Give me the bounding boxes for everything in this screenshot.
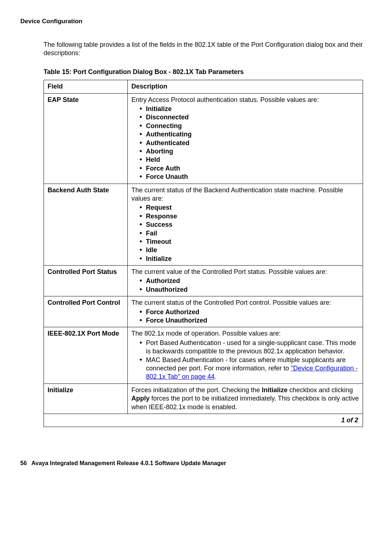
- table-header-row: Field Description: [44, 80, 363, 93]
- bullet-tail: .: [215, 373, 216, 380]
- desc-intro: The current value of the Controlled Port…: [131, 268, 327, 275]
- bullet-label: Fail: [146, 230, 157, 237]
- list-item: Response: [139, 212, 359, 221]
- table-caption: Table 15: Port Configuration Dialog Box …: [44, 68, 372, 76]
- table-row: Backend Auth State The current status of…: [44, 184, 363, 266]
- table-row: Initialize Forces initialization of the …: [44, 383, 363, 414]
- bullet-label: Initialize: [146, 255, 172, 262]
- bullet-label: Response: [146, 213, 177, 220]
- list-item: Idle: [139, 246, 359, 254]
- list-item: Port Based Authentication - used for a s…: [139, 339, 359, 356]
- table-row: EAP State Entry Access Protocol authenti…: [44, 93, 363, 184]
- pager-cell: 1 of 2: [44, 414, 363, 427]
- bullet-label: Force Authorized: [146, 308, 199, 316]
- list-item: Success: [139, 221, 359, 229]
- bullet-label: Force Auth: [146, 165, 180, 172]
- intro-paragraph: The following table provides a list of t…: [44, 41, 372, 58]
- field-cell: Backend Auth State: [44, 184, 128, 266]
- bullet-list: Request Response Success Fail Timeout Id…: [131, 204, 359, 263]
- list-item: Authenticated: [139, 139, 359, 147]
- bullet-label: Timeout: [146, 238, 171, 245]
- bullet-label: Authorized: [146, 277, 180, 284]
- bullet-label: Initialize: [146, 105, 172, 112]
- page-footer: 56 Avaya Integrated Management Release 4…: [20, 460, 372, 467]
- description-cell: Forces initialization of the port. Check…: [128, 383, 363, 414]
- list-item: Fail: [139, 229, 359, 238]
- list-item: Force Auth: [139, 164, 359, 173]
- table-row: IEEE-802.1X Port Mode The 802.1x mode of…: [44, 327, 363, 383]
- desc-bold: Apply: [131, 395, 150, 402]
- field-cell: Controlled Port Status: [44, 266, 128, 296]
- bullet-label: Aborting: [146, 148, 173, 155]
- header-description: Description: [128, 80, 363, 93]
- bullet-label: Authenticating: [146, 131, 192, 138]
- list-item: Request: [139, 204, 359, 212]
- bullet-label: Unauthorized: [146, 286, 188, 293]
- bullet-label: Authenticated: [146, 139, 189, 147]
- section-title: Device Configuration: [20, 17, 372, 25]
- field-cell: Initialize: [44, 383, 128, 414]
- list-item: Authenticating: [139, 130, 359, 139]
- desc-bold: Initialize: [262, 386, 287, 394]
- list-item: Initialize: [139, 255, 359, 263]
- bullet-label: Force Unauth: [146, 173, 188, 180]
- desc-intro: Entry Access Protocol authentication sta…: [131, 96, 319, 103]
- footer-text: Avaya Integrated Management Release 4.0.…: [32, 460, 226, 466]
- header-field: Field: [44, 80, 128, 93]
- bullet-label: Idle: [146, 246, 157, 254]
- table-row: Controlled Port Status The current value…: [44, 266, 363, 296]
- list-item: Held: [139, 156, 359, 164]
- desc-text: checkbox and clicking: [287, 386, 353, 394]
- list-item: Unauthorized: [139, 286, 359, 294]
- bullet-list: Authorized Unauthorized: [131, 277, 359, 294]
- table-row: Controlled Port Control The current stat…: [44, 296, 363, 327]
- field-cell: IEEE-802.1X Port Mode: [44, 327, 128, 383]
- list-item: Timeout: [139, 238, 359, 246]
- description-cell: The current status of the Backend Authen…: [128, 184, 363, 266]
- bullet-list: Port Based Authentication - used for a s…: [131, 339, 359, 381]
- list-item: Connecting: [139, 122, 359, 130]
- list-item: MAC Based Authentication - for cases whe…: [139, 356, 359, 381]
- parameters-table: Field Description EAP State Entry Access…: [44, 80, 363, 427]
- bullet-label: Connecting: [146, 122, 182, 130]
- bullet-label: Request: [146, 204, 172, 211]
- list-item: Aborting: [139, 147, 359, 156]
- bullet-label: Force Unauthorized: [146, 317, 207, 324]
- field-cell: EAP State: [44, 93, 128, 184]
- desc-text: Forces initialization of the port. Check…: [131, 386, 262, 394]
- table-pager-row: 1 of 2: [44, 414, 363, 427]
- list-item: Initialize: [139, 105, 359, 113]
- description-cell: Entry Access Protocol authentication sta…: [128, 93, 363, 184]
- desc-text: forces the port to be initialized immedi…: [131, 395, 359, 410]
- bullet-list: Initialize Disconnected Connecting Authe…: [131, 105, 359, 181]
- desc-intro: The current status of the Controlled Por…: [131, 299, 331, 306]
- description-cell: The current status of the Controlled Por…: [128, 296, 363, 327]
- desc-intro: The current status of the Backend Authen…: [131, 186, 343, 202]
- bullet-label: Held: [146, 156, 160, 163]
- list-item: Disconnected: [139, 113, 359, 122]
- list-item: Force Unauthorized: [139, 316, 359, 325]
- bullet-label: Success: [146, 221, 172, 228]
- list-item: Force Unauth: [139, 173, 359, 181]
- bullet-label: Disconnected: [146, 114, 189, 121]
- field-cell: Controlled Port Control: [44, 296, 128, 327]
- desc-intro: The 802.1x mode of operation. Possible v…: [131, 330, 281, 337]
- description-cell: The 802.1x mode of operation. Possible v…: [128, 327, 363, 383]
- list-item: Authorized: [139, 277, 359, 285]
- footer-page-number: 56: [20, 460, 27, 466]
- bullet-text: Port Based Authentication - used for a s…: [146, 339, 356, 355]
- bullet-list: Force Authorized Force Unauthorized: [131, 308, 359, 325]
- list-item: Force Authorized: [139, 308, 359, 316]
- description-cell: The current value of the Controlled Port…: [128, 266, 363, 296]
